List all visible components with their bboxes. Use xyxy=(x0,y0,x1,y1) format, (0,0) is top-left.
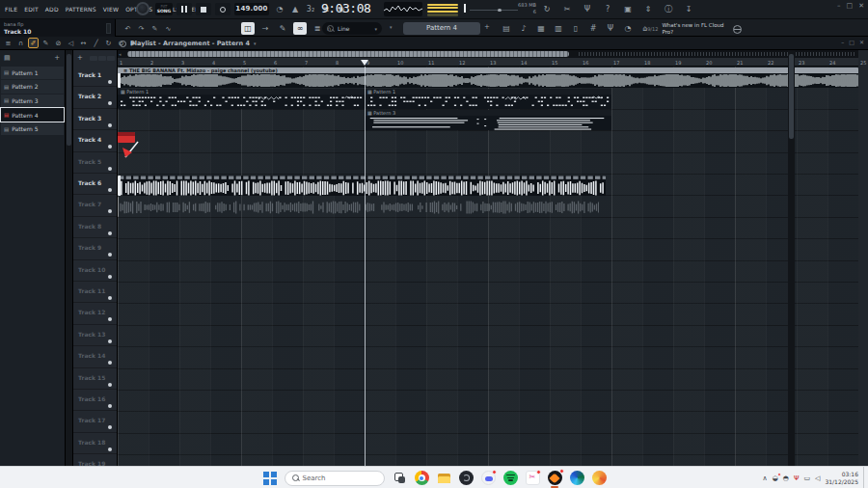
edit-icon[interactable]: ✎ xyxy=(149,22,160,35)
edge-icon[interactable] xyxy=(570,471,584,485)
paint-icon[interactable]: ✎ xyxy=(41,38,51,48)
clip-steps[interactable]: ▦ Pattern 1 xyxy=(118,89,365,109)
horizontal-scrollbar[interactable]: ◂ xyxy=(118,50,858,58)
tray-volume-icon[interactable]: ◁ xyxy=(815,474,820,482)
track-mute-dot[interactable] xyxy=(108,167,112,171)
start-button[interactable] xyxy=(262,471,277,485)
playlist-title-group[interactable]: Playlist - Arrangement - Pattern 4 ▾ xyxy=(120,37,256,50)
playlist-grid[interactable]: ≡ THE BIG BANANA Ft. Midazo - paige chan… xyxy=(118,67,858,466)
close-button[interactable]: ✕ xyxy=(858,2,864,10)
snap-selector[interactable]: ∩ Line ▾ xyxy=(322,22,382,35)
wave-icon[interactable]: ∿ xyxy=(163,22,174,35)
track-header-8[interactable]: Track 8 xyxy=(73,217,118,238)
link-icon[interactable]: ∞ xyxy=(293,22,307,35)
tempo-tap-icon[interactable]: ◔ xyxy=(621,22,635,35)
level-slider-handle[interactable] xyxy=(498,9,502,13)
track-mute-dot[interactable] xyxy=(108,80,112,84)
track-mute-dot[interactable] xyxy=(108,123,112,127)
touch-controller-icon[interactable]: Ψ xyxy=(604,22,617,35)
info-icon[interactable]: ⓘ xyxy=(662,3,675,15)
tempo-display[interactable]: 149.000 xyxy=(234,3,269,15)
playlist-maximize-button[interactable]: □ xyxy=(849,39,854,45)
track-header-10[interactable]: Track 10 xyxy=(73,260,118,282)
time-display[interactable]: 9:03:08 xyxy=(321,1,381,17)
track-mute-dot[interactable] xyxy=(108,425,112,429)
picker-piano-icon[interactable]: ▤ xyxy=(4,54,11,62)
slide-tool-icon[interactable]: ✎ xyxy=(276,22,289,35)
taskbar-search[interactable]: Search xyxy=(285,471,385,486)
track-mute-dot[interactable] xyxy=(108,317,112,321)
undo-icon[interactable]: ↶ xyxy=(122,22,133,35)
maximize-button[interactable]: □ xyxy=(847,2,854,10)
picker-add-button[interactable]: + xyxy=(54,54,60,62)
tray-gamepad-icon[interactable]: ◓ xyxy=(783,474,789,482)
track-header-17[interactable]: Track 17 xyxy=(73,411,118,432)
pattern-item-1[interactable]: ▤Pattern 1 xyxy=(1,67,64,80)
slip-icon[interactable]: ↔ xyxy=(78,38,89,48)
track-mute-dot[interactable] xyxy=(108,361,112,365)
track-mute-dot[interactable] xyxy=(108,188,112,192)
spotify-icon[interactable] xyxy=(503,471,518,485)
menu-patterns[interactable]: PATTERNS xyxy=(66,6,96,13)
piano-roll-icon[interactable]: ♪ xyxy=(517,22,530,35)
save-as-icon[interactable]: ⇕ xyxy=(641,3,655,15)
track-header-tabs[interactable] xyxy=(90,56,115,61)
track-header-14[interactable]: Track 14 xyxy=(73,346,118,367)
picker-scrollbar-thumb[interactable] xyxy=(67,54,71,146)
mic-icon[interactable]: Ψ xyxy=(581,3,594,15)
save-icon[interactable]: ▣ xyxy=(621,3,635,15)
playlist-window-icon[interactable]: ▤ xyxy=(500,22,513,35)
follow-playback-icon[interactable]: → xyxy=(258,22,272,35)
clip-steps[interactable]: ▦ Pattern 1 xyxy=(365,89,611,109)
channel-rack-icon[interactable]: ▦ xyxy=(534,22,548,35)
track-header-15[interactable]: Track 15 xyxy=(73,368,118,390)
pattern-item-5[interactable]: ▤Pattern 5 xyxy=(1,122,64,136)
track-mute-dot[interactable] xyxy=(108,101,112,105)
menu-icon[interactable]: ≡ xyxy=(3,38,14,48)
playlist-menu-icon[interactable] xyxy=(120,41,126,47)
clip-wave_bright[interactable] xyxy=(118,176,606,196)
loop-icon[interactable]: ↻ xyxy=(103,38,114,48)
tray-mic-icon[interactable]: Ψ xyxy=(794,474,800,482)
discord-icon[interactable] xyxy=(481,471,496,485)
menu-file[interactable]: FILE xyxy=(5,6,17,13)
pause-button[interactable] xyxy=(176,3,192,15)
track-mute-dot[interactable] xyxy=(108,209,112,213)
track-header-18[interactable]: Track 18 xyxy=(73,433,118,454)
precount-icon[interactable]: 3₂ xyxy=(304,3,317,15)
track-mute-dot[interactable] xyxy=(108,231,112,235)
download-icon[interactable]: ↧ xyxy=(682,3,695,15)
clip-wave_dim[interactable] xyxy=(118,197,599,217)
pattern-item-2[interactable]: ▤Pattern 2 xyxy=(1,80,64,94)
chrome-icon[interactable] xyxy=(415,471,429,485)
security-app-icon[interactable] xyxy=(592,471,607,485)
vertical-scrollbar[interactable] xyxy=(788,50,795,466)
plugin-picker-icon[interactable]: # xyxy=(586,22,600,35)
task-view-button[interactable] xyxy=(393,471,407,485)
delete-icon[interactable]: ⊘ xyxy=(53,38,64,48)
track-header-9[interactable]: Track 9 xyxy=(73,238,118,259)
draw-icon[interactable]: ✐ xyxy=(28,38,39,48)
mute-icon[interactable]: ◁ xyxy=(66,38,76,48)
clip-notes[interactable]: ▦ Pattern 3 xyxy=(365,110,611,130)
browser-icon[interactable]: ▯ xyxy=(569,22,583,35)
track-mute-dot[interactable] xyxy=(108,145,112,149)
pattern-item-4[interactable]: ▤Pattern 4 xyxy=(1,108,64,122)
volume-knob-icon[interactable]: ◔ xyxy=(273,3,286,15)
clip-tool-icon[interactable]: ✂ xyxy=(526,471,540,485)
dark-app-icon[interactable] xyxy=(459,471,474,485)
sync-icon[interactable]: ↻ xyxy=(540,3,554,15)
help-icon[interactable]: ? xyxy=(601,3,614,15)
track-header-12[interactable]: Track 12 xyxy=(73,303,118,324)
snap-extra-caret[interactable]: ▾ xyxy=(390,24,393,30)
track-mute-dot[interactable] xyxy=(108,383,112,387)
horizontal-scrollbar-thumb[interactable] xyxy=(127,51,569,57)
clip-start-handle[interactable] xyxy=(118,73,121,88)
explorer-icon[interactable] xyxy=(437,471,451,485)
track-mute-dot[interactable] xyxy=(108,253,112,257)
track-header-1[interactable]: Track 1 xyxy=(73,66,118,87)
playhead-marker[interactable] xyxy=(361,60,368,66)
track-header-7[interactable]: Track 7 xyxy=(73,195,118,216)
mixer-icon[interactable]: ▥ xyxy=(552,22,565,35)
track-header-5[interactable]: Track 5 xyxy=(73,152,118,174)
